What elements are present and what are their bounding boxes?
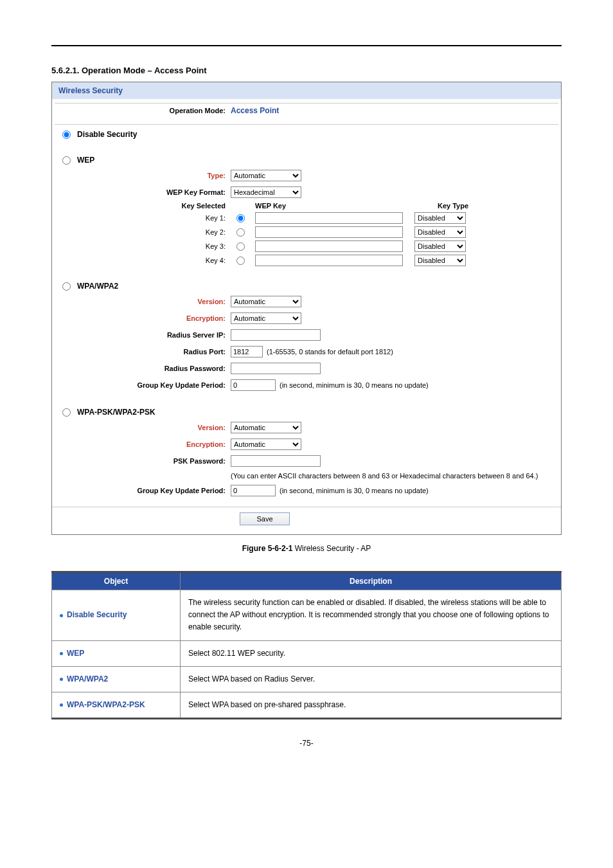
- wpa-version-select[interactable]: Automatic: [231, 296, 301, 307]
- psk-gkup-label: Group Key Update Period:: [58, 487, 226, 494]
- key4-type-select[interactable]: Disabled: [414, 255, 466, 266]
- key-selected-header: Key Selected: [58, 202, 226, 210]
- panel-title: Wireless Security: [52, 82, 561, 99]
- psk-encryption-select[interactable]: Automatic: [231, 439, 301, 450]
- wpa-version-label: Version:: [58, 298, 226, 305]
- key2-type-select[interactable]: Disabled: [414, 226, 466, 238]
- wep-type-label: Type:: [58, 172, 226, 179]
- bullet-icon: [60, 678, 63, 681]
- operation-mode-value: Access Point: [231, 106, 279, 115]
- page-number: -75-: [51, 739, 562, 748]
- key4-input[interactable]: [255, 255, 403, 266]
- bullet-icon: [60, 703, 63, 707]
- table-header-object: Object: [52, 572, 181, 590]
- description-table: Object Description Disable Security The …: [51, 571, 562, 719]
- table-row: WEP Select 802.11 WEP security.: [52, 640, 562, 666]
- desc-disable-security: The wireless security function can be en…: [181, 590, 562, 641]
- desc-wpa: Select WPA based on Radius Server.: [181, 666, 562, 692]
- obj-wpa: WPA/WPA2: [67, 674, 108, 683]
- disable-security-label: Disable Security: [77, 130, 137, 139]
- obj-disable-security: Disable Security: [67, 610, 127, 619]
- bullet-icon: [60, 614, 63, 617]
- psk-gkup-input[interactable]: [231, 485, 276, 496]
- key2-label: Key 2:: [58, 228, 226, 236]
- wep-format-select[interactable]: Hexadecimal: [231, 186, 301, 198]
- key3-radio[interactable]: [236, 242, 245, 251]
- bullet-icon: [60, 652, 63, 655]
- key4-label: Key 4:: [58, 257, 226, 264]
- wep-key-header: WEP Key: [255, 202, 409, 210]
- table-row: Disable Security The wireless security f…: [52, 590, 562, 641]
- radius-ip-label: Radius Server IP:: [58, 331, 226, 339]
- radius-port-input[interactable]: [231, 346, 263, 357]
- figure-caption: Figure 5-6-2-1 Wireless Security - AP: [51, 544, 562, 553]
- psk-password-label: PSK Password:: [58, 457, 226, 465]
- key1-label: Key 1:: [58, 214, 226, 222]
- key2-input[interactable]: [255, 226, 403, 238]
- radius-password-input[interactable]: [231, 363, 321, 374]
- wireless-security-panel: Wireless Security Operation Mode: Access…: [51, 82, 562, 535]
- disable-security-radio[interactable]: [62, 131, 71, 139]
- wpa-gkup-hint: (in second, minimum is 30, 0 means no up…: [280, 381, 429, 389]
- radius-port-hint: (1-65535, 0 stands for default port 1812…: [267, 348, 393, 356]
- key1-radio[interactable]: [236, 214, 245, 222]
- wpa-radio[interactable]: [62, 282, 71, 291]
- table-header-description: Description: [181, 572, 562, 590]
- psk-gkup-hint: (in second, minimum is 30, 0 means no up…: [280, 487, 429, 494]
- key-type-header: Key Type: [414, 202, 492, 210]
- wep-format-label: WEP Key Format:: [58, 188, 226, 196]
- section-number: 5.6.2.1.: [51, 66, 79, 75]
- key4-radio[interactable]: [236, 257, 245, 265]
- key3-input[interactable]: [255, 240, 403, 252]
- psk-version-select[interactable]: Automatic: [231, 422, 301, 433]
- wpa-encryption-label: Encryption:: [58, 314, 226, 322]
- radius-password-label: Radius Password:: [58, 365, 226, 372]
- content-divider: [51, 45, 562, 46]
- save-button[interactable]: Save: [240, 512, 290, 525]
- psk-password-hint: (You can enter ASCII characters between …: [231, 472, 538, 480]
- psk-label: WPA-PSK/WPA2-PSK: [77, 408, 155, 417]
- desc-wep: Select 802.11 WEP security.: [181, 640, 562, 666]
- psk-radio[interactable]: [62, 408, 71, 417]
- psk-encryption-label: Encryption:: [58, 440, 226, 448]
- obj-psk: WPA-PSK/WPA2-PSK: [67, 700, 145, 709]
- section-title: Operation Mode – Access Point: [82, 66, 207, 75]
- figure-number: Figure 5-6-2-1: [242, 544, 293, 553]
- table-row: WPA/WPA2 Select WPA based on Radius Serv…: [52, 666, 562, 692]
- wep-radio[interactable]: [62, 156, 71, 165]
- key3-label: Key 3:: [58, 242, 226, 250]
- wep-label: WEP: [77, 156, 94, 165]
- operation-mode-label: Operation Mode:: [58, 107, 226, 114]
- key1-input[interactable]: [255, 212, 403, 224]
- key1-type-select[interactable]: Disabled: [414, 212, 466, 224]
- psk-password-input[interactable]: [231, 455, 321, 467]
- obj-wep: WEP: [67, 649, 84, 658]
- section-heading: 5.6.2.1. Operation Mode – Access Point: [51, 66, 562, 75]
- radius-ip-input[interactable]: [231, 329, 321, 341]
- table-row: WPA-PSK/WPA2-PSK Select WPA based on pre…: [52, 692, 562, 718]
- wpa-label: WPA/WPA2: [77, 282, 118, 291]
- psk-version-label: Version:: [58, 424, 226, 431]
- key3-type-select[interactable]: Disabled: [414, 240, 466, 252]
- radius-port-label: Radius Port:: [58, 348, 226, 356]
- desc-psk: Select WPA based on pre-shared passphras…: [181, 692, 562, 718]
- wep-type-select[interactable]: Automatic: [231, 170, 301, 181]
- wpa-gkup-label: Group Key Update Period:: [58, 381, 226, 389]
- key2-radio[interactable]: [236, 228, 245, 237]
- wpa-encryption-select[interactable]: Automatic: [231, 312, 301, 324]
- wpa-gkup-input[interactable]: [231, 379, 276, 391]
- figure-title: Wireless Security - AP: [292, 544, 371, 553]
